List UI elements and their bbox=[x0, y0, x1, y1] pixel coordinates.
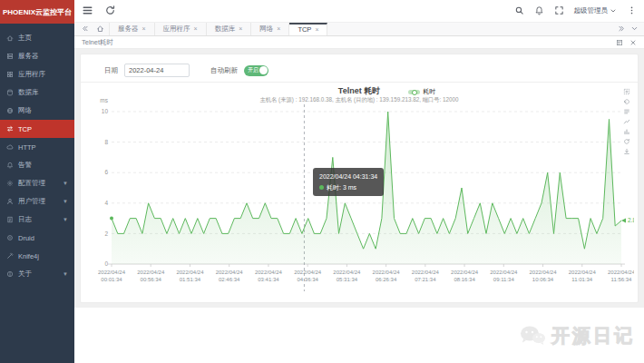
content-area: 日期 自动刷新 开启 0246810ms2022/04/2400:01:3420… bbox=[74, 49, 644, 308]
svg-text:10: 10 bbox=[102, 109, 109, 115]
data-view-icon[interactable] bbox=[623, 108, 630, 115]
svg-text:03:41:34: 03:41:34 bbox=[258, 277, 279, 282]
sidebar-item-label: 应用程序 bbox=[18, 70, 45, 79]
caret-down-icon: ▼ bbox=[63, 181, 68, 186]
sidebar-item-label: Knife4j bbox=[18, 252, 39, 260]
collapse-sidebar-icon[interactable] bbox=[82, 5, 93, 16]
tab-TCP[interactable]: TCP× bbox=[289, 23, 327, 35]
svg-text:01:51:34: 01:51:34 bbox=[180, 277, 201, 282]
svg-text:04:36:34: 04:36:34 bbox=[297, 277, 318, 282]
sidebar-item-users[interactable]: 用户管理▼ bbox=[0, 192, 74, 211]
date-label: 日期 bbox=[104, 66, 118, 75]
sidebar-item-http[interactable]: HTTP bbox=[0, 138, 74, 156]
svg-text:2022/04/24: 2022/04/24 bbox=[137, 270, 165, 275]
sidebar-item-config[interactable]: 配置管理▼ bbox=[0, 174, 74, 192]
sidebar-item-app[interactable]: 应用程序 bbox=[0, 65, 74, 83]
tab-list: 服务器×应用程序×数据库×网络×TCP× bbox=[110, 23, 615, 35]
tab-数据库[interactable]: 数据库× bbox=[207, 23, 252, 35]
tab-close-icon[interactable]: × bbox=[194, 25, 198, 32]
tabs-scroll-left-button[interactable] bbox=[78, 23, 91, 35]
svg-text:11:56:34: 11:56:34 bbox=[611, 277, 633, 282]
sidebar-item-tcp[interactable]: TCP bbox=[0, 120, 74, 138]
legend-label: 耗时 bbox=[423, 87, 435, 96]
sidebar-item-label: 数据库 bbox=[18, 88, 39, 97]
save-image-icon[interactable] bbox=[623, 148, 630, 155]
sidebar-item-network[interactable]: 网络 bbox=[0, 102, 74, 120]
more-icon[interactable] bbox=[627, 5, 637, 15]
line-chart-icon[interactable] bbox=[623, 118, 630, 125]
user-icon bbox=[6, 198, 14, 205]
svg-text:8: 8 bbox=[104, 139, 108, 145]
tab-close-icon[interactable]: × bbox=[239, 25, 242, 32]
tab-close-icon[interactable]: × bbox=[277, 25, 280, 32]
window-layout-icon[interactable] bbox=[616, 39, 623, 46]
panel-header: Telnet耗时 bbox=[74, 36, 644, 50]
bell-icon[interactable] bbox=[534, 5, 544, 15]
sidebar-item-label: 关于 bbox=[18, 270, 32, 279]
refresh-icon[interactable] bbox=[104, 5, 116, 16]
tab-close-icon[interactable]: × bbox=[315, 26, 318, 33]
wechat-icon bbox=[519, 325, 546, 347]
sidebar-item-home[interactable]: 主页 bbox=[0, 29, 74, 47]
date-input[interactable] bbox=[124, 64, 190, 77]
tab-网络[interactable]: 网络× bbox=[251, 23, 289, 35]
bar-chart-icon[interactable] bbox=[623, 128, 630, 135]
gear-icon bbox=[6, 180, 14, 187]
sidebar-item-label: HTTP bbox=[18, 143, 36, 152]
svg-text:0: 0 bbox=[104, 261, 108, 268]
panel-title: Telnet耗时 bbox=[82, 38, 113, 47]
svg-text:07:21:34: 07:21:34 bbox=[415, 277, 436, 282]
tabs-scroll-right-button[interactable] bbox=[615, 25, 628, 33]
auto-refresh-toggle[interactable]: 开启 bbox=[244, 65, 268, 76]
tab-应用程序[interactable]: 应用程序× bbox=[155, 23, 207, 35]
data-zoom-icon[interactable] bbox=[623, 88, 630, 95]
sidebar-item-label: 用户管理 bbox=[18, 197, 45, 206]
svg-text:2022/04/24: 2022/04/24 bbox=[216, 270, 244, 275]
search-icon[interactable] bbox=[514, 5, 524, 15]
sidebar-item-alert[interactable]: 告警 bbox=[0, 156, 74, 174]
toggle-state-label: 开启 bbox=[248, 67, 259, 73]
home-icon bbox=[96, 25, 104, 33]
data-zoom-reset-icon[interactable] bbox=[623, 98, 630, 105]
tabs-menu-button[interactable] bbox=[628, 25, 640, 33]
svg-text:2022/04/24: 2022/04/24 bbox=[333, 270, 361, 275]
svg-text:06:26:34: 06:26:34 bbox=[376, 277, 397, 282]
tcp-icon bbox=[6, 125, 14, 132]
toggle-knob bbox=[259, 66, 268, 74]
http-icon bbox=[6, 143, 14, 151]
fullscreen-icon[interactable] bbox=[554, 5, 564, 15]
file-icon bbox=[6, 216, 14, 223]
user-menu[interactable]: 超级管理员 bbox=[574, 6, 618, 15]
close-icon[interactable] bbox=[629, 39, 637, 46]
sidebar-item-knife4j[interactable]: Knife4j bbox=[0, 247, 74, 265]
app-title: PHOENIX云监控平台 bbox=[3, 7, 72, 17]
bell-icon bbox=[6, 162, 14, 169]
chart-legend[interactable]: 耗时 bbox=[408, 87, 435, 96]
telnet-card: 日期 自动刷新 开启 0246810ms2022/04/2400:01:3420… bbox=[80, 54, 639, 303]
restore-icon[interactable] bbox=[623, 138, 630, 145]
sidebar-item-label: 主页 bbox=[18, 34, 32, 43]
home-tab[interactable] bbox=[91, 23, 110, 35]
sidebar-item-label: 服务器 bbox=[18, 52, 39, 61]
caret-down-icon: ▼ bbox=[63, 271, 68, 277]
svg-text:2022/04/24: 2022/04/24 bbox=[176, 270, 204, 275]
svg-text:2022/04/24: 2022/04/24 bbox=[569, 270, 597, 275]
chevrons-left-icon bbox=[81, 25, 89, 33]
tab-服务器[interactable]: 服务器× bbox=[110, 23, 155, 35]
svg-text:00:56:34: 00:56:34 bbox=[141, 277, 162, 282]
topbar: 超级管理员 bbox=[74, 0, 644, 23]
ring-icon bbox=[6, 234, 14, 241]
server-icon bbox=[6, 53, 14, 60]
sidebar-item-about[interactable]: 关于▼ bbox=[0, 265, 74, 283]
sidebar-item-database[interactable]: 数据库 bbox=[0, 83, 74, 102]
auto-refresh-label: 自动刷新 bbox=[210, 66, 238, 75]
svg-text:2022/04/24: 2022/04/24 bbox=[490, 270, 518, 275]
tab-close-icon[interactable]: × bbox=[142, 25, 146, 32]
app-window: PHOENIX云监控平台 主页服务器应用程序数据库网络TCPHTTP告警配置管理… bbox=[0, 0, 644, 363]
sidebar-item-druid[interactable]: Druid bbox=[0, 229, 74, 247]
svg-text:10:06:34: 10:06:34 bbox=[532, 277, 554, 282]
svg-text:2022/04/24: 2022/04/24 bbox=[608, 270, 634, 275]
svg-text:00:01:34: 00:01:34 bbox=[101, 277, 122, 282]
sidebar-item-server[interactable]: 服务器 bbox=[0, 47, 74, 65]
sidebar-item-logs[interactable]: 日志▼ bbox=[0, 211, 74, 229]
